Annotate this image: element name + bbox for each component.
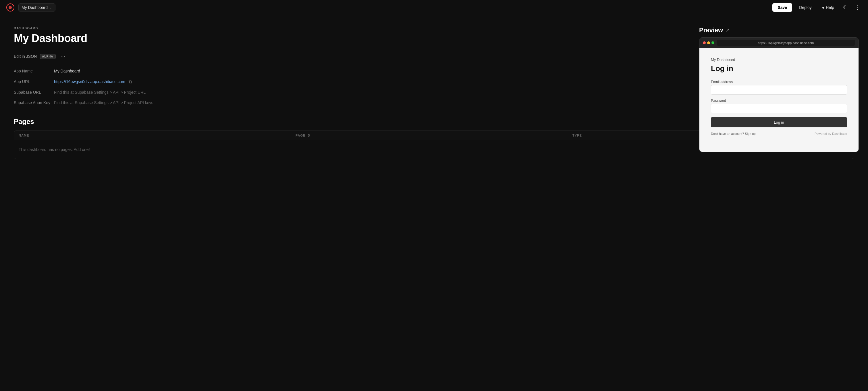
help-circle-icon: ●	[822, 5, 824, 10]
preview-email-input[interactable]	[711, 85, 847, 94]
browser-chrome: https://16pwgsn0djv.app.dashibase.com	[700, 38, 859, 48]
external-link-icon[interactable]: ↗	[726, 28, 730, 33]
main-layout: DASHBOARD My Dashboard Edit in JSON ALPH…	[0, 15, 868, 170]
navbar-right: Save Deploy ● Help ☾ ⋮	[772, 2, 862, 12]
supabase-anon-key-label: Supabase Anon Key	[14, 97, 54, 108]
edit-json-label: Edit in JSON	[14, 54, 37, 59]
supabase-url-label: Supabase URL	[14, 87, 54, 97]
browser-url-bar: https://16pwgsn0djv.app.dashibase.com	[717, 40, 855, 46]
preview-login-title: Log in	[711, 64, 847, 73]
svg-rect-1	[129, 81, 131, 83]
browser-dot-yellow	[707, 41, 710, 44]
col-page-id-header: PAGE ID	[296, 134, 572, 137]
navbar: My Dashboard ⌄ Save Deploy ● Help ☾ ⋮	[0, 0, 868, 15]
app-name-label: App Name	[14, 66, 54, 76]
help-button[interactable]: ● Help	[818, 3, 838, 12]
app-selector[interactable]: My Dashboard ⌄	[19, 3, 56, 11]
alpha-badge: ALPHA	[40, 54, 56, 59]
pages-title: Pages	[14, 118, 34, 125]
chevron-down-icon: ⌄	[50, 5, 52, 9]
navbar-left: My Dashboard ⌄	[6, 3, 56, 12]
save-button[interactable]: Save	[772, 3, 792, 12]
app-url-value: https://16pwgsn0djv.app.dashibase.com	[54, 79, 125, 84]
app-selector-label: My Dashboard	[22, 5, 48, 10]
browser-content: My Dashboard Log in Email address Passwo…	[700, 48, 859, 152]
copy-url-button[interactable]	[127, 79, 133, 84]
preview-password-input[interactable]	[711, 104, 847, 113]
preview-password-label: Password	[711, 99, 847, 103]
edit-bar-more-button[interactable]: ⋯	[59, 53, 67, 60]
preview-title: Preview	[699, 26, 723, 34]
preview-powered-by: Powered by Dashibase	[814, 132, 847, 135]
theme-toggle-button[interactable]: ☾	[841, 2, 849, 12]
preview-header: Preview ↗	[699, 26, 859, 34]
deploy-button[interactable]: Deploy	[796, 3, 815, 12]
preview-browser: https://16pwgsn0djv.app.dashibase.com My…	[699, 37, 859, 152]
preview-app-name: My Dashboard	[711, 57, 847, 62]
browser-dots	[703, 41, 714, 44]
col-name-header: NAME	[19, 134, 296, 137]
copy-icon	[128, 80, 132, 84]
browser-dot-red	[703, 41, 706, 44]
more-options-button[interactable]: ⋮	[853, 2, 862, 12]
preview-signup-link: Don't have an account? Sign up	[711, 132, 756, 135]
app-url-label: App URL	[14, 76, 54, 87]
preview-login-button[interactable]: Log in	[711, 117, 847, 128]
preview-footer: Don't have an account? Sign up Powered b…	[711, 132, 847, 135]
preview-email-label: Email address	[711, 80, 847, 84]
preview-panel: Preview ↗ https://16pwgsn0djv.app.dashib…	[690, 15, 868, 164]
browser-dot-green	[711, 41, 714, 44]
logo-icon	[6, 3, 15, 12]
